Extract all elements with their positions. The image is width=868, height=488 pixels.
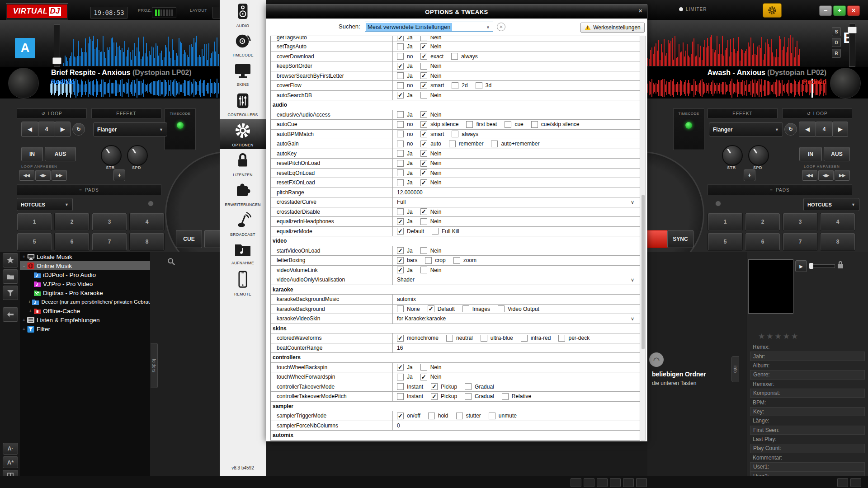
checkbox[interactable] (432, 228, 439, 235)
option-ja[interactable]: ✓Ja (397, 63, 413, 70)
option-images[interactable]: Images (462, 305, 490, 312)
checkbox[interactable]: ✓ (397, 364, 404, 371)
checkbox[interactable]: ✓ (420, 179, 427, 186)
deck-a-loop-roll-knob[interactable]: ↻ (72, 123, 85, 136)
option-remember[interactable]: remember (449, 141, 484, 147)
checkbox[interactable] (420, 267, 427, 273)
option-smart[interactable]: ✓smart (420, 131, 444, 137)
settings-row-keepSortOrder[interactable]: keepSortOrder✓JaNein (271, 61, 640, 71)
view-icon[interactable] (636, 478, 647, 487)
checkbox[interactable]: ✓ (420, 53, 427, 60)
settings-nav-timecode[interactable]: TIMECODE (220, 30, 266, 60)
settings-row-autoGain[interactable]: autoGainno✓autorememberauto+remember (271, 139, 640, 149)
rating-star[interactable]: ★ (783, 332, 791, 341)
deck-b-effect-select[interactable]: Flanger ▼ (709, 122, 783, 136)
option-ja[interactable]: ✓Ja (397, 218, 413, 225)
option-pickup[interactable]: ✓Pickup (431, 393, 457, 400)
checkbox[interactable]: ✓ (420, 374, 427, 380)
option-nein[interactable]: Nein (420, 247, 442, 254)
checkbox[interactable]: ✓ (397, 36, 404, 41)
checkbox[interactable] (465, 393, 472, 400)
deck-a-pad-6[interactable]: 6 (54, 233, 90, 251)
deck-a-pad-2[interactable]: 2 (54, 213, 90, 231)
checkbox[interactable] (420, 247, 427, 254)
checkbox[interactable] (428, 413, 435, 419)
deck-b-loop-double-button[interactable]: ▶ (832, 122, 848, 137)
deck-b-hotcues-select[interactable]: HOTCUES ▼ (803, 198, 859, 211)
checkbox[interactable] (451, 53, 458, 60)
deck-b-fader-handle[interactable] (848, 27, 857, 33)
checkbox[interactable] (397, 131, 404, 137)
option-no[interactable]: no (397, 121, 413, 128)
option-2d[interactable]: 2d (452, 82, 467, 89)
checkbox[interactable] (397, 43, 404, 50)
checkbox[interactable]: ✓ (420, 72, 427, 79)
deck-b-pad-8[interactable]: 8 (820, 233, 855, 251)
option-nein[interactable]: Nein (420, 36, 442, 41)
tree-expander-icon[interactable]: + (28, 299, 31, 305)
font-size-small-icon[interactable]: A· (3, 443, 18, 455)
deck-a-volume-fader[interactable] (54, 24, 60, 67)
tree-item-idjpool-pro-audio[interactable]: iDJPool - Pro Audio (20, 270, 150, 279)
deck-b-effect-spd-knob[interactable] (748, 145, 769, 166)
option-auto-remember[interactable]: auto+remember (491, 141, 539, 147)
checkbox[interactable] (521, 335, 528, 342)
deck-a-loop-half-button[interactable]: ◀ (21, 122, 38, 137)
option-ja[interactable]: Ja (397, 208, 413, 215)
option-nein[interactable]: Nein (420, 267, 442, 273)
checkbox[interactable]: ✓ (420, 208, 427, 215)
checkbox[interactable]: ✓ (420, 111, 427, 118)
checkbox[interactable] (420, 364, 427, 371)
option-default[interactable]: ✓Default (428, 305, 455, 312)
checkbox[interactable] (462, 305, 469, 312)
checkbox[interactable] (502, 393, 509, 400)
checkbox[interactable]: ✓ (420, 141, 427, 147)
checkbox[interactable] (397, 169, 404, 176)
settings-nav-aufnahme[interactable]: AUFNAHME (220, 239, 266, 268)
checkbox[interactable] (558, 335, 565, 342)
settings-row-letterBoxing[interactable]: letterBoxing✓barscropzoom (271, 256, 640, 266)
deck-a-fader-handle[interactable] (52, 57, 61, 64)
dialog-header[interactable]: OPTIONS & TWEAKS × (266, 5, 647, 19)
settings-row-karaokeBackgroundMusic[interactable]: karaokeBackgroundMusicautomix (271, 295, 640, 305)
deck-b-pad-5[interactable]: 5 (708, 233, 743, 251)
view-icon[interactable] (597, 478, 608, 487)
checkbox[interactable]: ✓ (397, 63, 404, 70)
option-nein[interactable]: ✓Nein (420, 169, 442, 176)
option-hold[interactable]: hold (428, 413, 448, 419)
checkbox[interactable] (452, 82, 458, 89)
settings-row-videoVolumeLink[interactable]: videoVolumeLink✓JaNein (271, 266, 640, 276)
deck-a-effect-add-button[interactable]: + (113, 169, 125, 181)
option-nein[interactable]: Nein (420, 364, 442, 371)
checkbox[interactable] (481, 335, 487, 342)
option-zoom[interactable]: zoom (453, 257, 476, 264)
settings-row-crossfaderDisable[interactable]: crossfaderDisableJa✓Nein (271, 207, 640, 217)
checkbox[interactable] (446, 335, 453, 342)
tree-expander-icon[interactable]: + (22, 254, 26, 259)
option-exact[interactable]: ✓exact (420, 53, 443, 60)
option-stutter[interactable]: stutter (456, 413, 481, 419)
option-instant[interactable]: Instant (397, 393, 423, 400)
settings-row-samplerForceNbColumns[interactable]: samplerForceNbColumns0 (271, 421, 640, 431)
tree-item-online-musik[interactable]: -Online Musik (20, 261, 150, 270)
option-nein[interactable]: ✓Nein (420, 208, 442, 215)
option-per-deck[interactable]: per-deck (558, 335, 590, 342)
checkbox[interactable] (397, 305, 404, 312)
deck-b-r-button[interactable]: R (832, 49, 841, 58)
option-pickup[interactable]: ✓Pickup (431, 383, 457, 390)
checkbox[interactable] (397, 72, 404, 79)
option-ja[interactable]: Ja (397, 179, 413, 186)
checkbox[interactable]: ✓ (431, 393, 438, 400)
checkbox[interactable] (397, 374, 404, 380)
option-no[interactable]: no (397, 141, 413, 147)
option-nein[interactable]: Nein (420, 92, 442, 99)
settings-gear-button[interactable] (763, 3, 782, 18)
deck-b-pad-7[interactable]: 7 (783, 233, 818, 251)
settings-nav-erweiterungen[interactable]: ERWEITERUNGEN (220, 179, 266, 209)
settings-row-touchWheelBackspin[interactable]: touchWheelBackspin✓JaNein (271, 363, 640, 373)
option-default[interactable]: ✓Default (397, 228, 424, 235)
option-gradual[interactable]: Gradual (465, 383, 494, 390)
tree-expander-icon[interactable]: + (22, 317, 26, 323)
settings-row-exclusiveAudioAccess[interactable]: exclusiveAudioAccessJa✓Nein (271, 110, 640, 120)
checkbox[interactable] (397, 150, 404, 157)
